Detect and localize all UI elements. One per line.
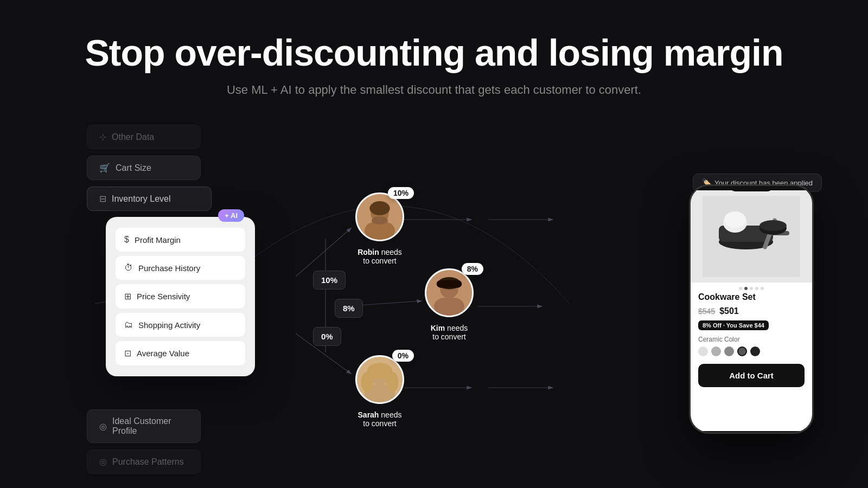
price-sensivity-label: Price Sensivity	[137, 292, 190, 301]
purchase-patterns-item[interactable]: ◎ Purchase Patterns	[87, 450, 201, 474]
svg-point-25	[361, 372, 373, 392]
dot-1	[739, 287, 742, 290]
discount-10-label: 10%	[313, 271, 346, 290]
robin-discount-badge: 10%	[388, 187, 414, 199]
other-data-icon: ⊹	[99, 132, 106, 142]
profit-margin-label: Profit Margin	[135, 235, 181, 245]
purchase-patterns-icon: ◎	[99, 457, 107, 467]
ai-badge: + AI	[218, 209, 244, 222]
ideal-customer-item[interactable]: ◎ Ideal Customer Profile	[87, 409, 201, 443]
color-dot-1[interactable]	[698, 346, 708, 356]
phone-colors	[698, 346, 805, 356]
shopping-activity-item[interactable]: 🗂 Shopping Activity	[116, 313, 245, 337]
purchase-patterns-label: Purchase Patterns	[112, 457, 184, 467]
headline-subtitle: Use ML + AI to apply the smallest discou…	[0, 83, 868, 97]
average-value-item[interactable]: ⊡ Average Value	[116, 341, 245, 365]
svg-rect-18	[434, 298, 464, 316]
dot-5	[761, 287, 764, 290]
dollar-icon: $	[124, 235, 129, 245]
chart-icon: ⊡	[124, 348, 131, 358]
left-outer-items: ⊹ Other Data 🛒 Cart Size ⊟ Inventory Lev…	[87, 125, 212, 211]
kim-customer-node: 8% Kim needsto convert	[425, 268, 474, 341]
headline-section: Stop over-discounting and losing margin …	[0, 33, 868, 97]
other-data-label: Other Data	[112, 132, 154, 142]
inventory-icon: ⊟	[99, 194, 106, 204]
phone-image-dots	[691, 282, 812, 292]
kim-discount-badge: 8%	[462, 263, 483, 275]
dot-3	[750, 287, 753, 290]
cart-size-label: Cart Size	[116, 163, 151, 173]
folder-icon: 🗂	[124, 320, 133, 330]
color-dot-2[interactable]	[711, 346, 721, 356]
purchase-history-label: Purchase History	[138, 264, 200, 273]
ideal-customer-label: Ideal Customer Profile	[112, 416, 188, 436]
grid-icon: ⊞	[124, 291, 131, 301]
phone-color-section: Ceramic Color	[691, 336, 812, 362]
profit-margin-item[interactable]: $ Profit Margin	[116, 228, 245, 252]
other-data-item[interactable]: ⊹ Other Data	[87, 125, 201, 149]
sarah-customer-node: 0% Sarah needsto convert	[355, 355, 404, 428]
phone-discount-tag: 8% Off · You Save $44	[698, 320, 769, 330]
phone-original-price: $545	[698, 307, 715, 316]
phone-sale-price: $501	[719, 306, 739, 316]
robin-label: Robin needsto convert	[355, 248, 404, 265]
add-to-cart-button[interactable]: Add to Cart	[698, 364, 805, 387]
cart-icon: 🛒	[99, 163, 110, 173]
sarah-label: Sarah needsto convert	[355, 410, 404, 428]
svg-point-14	[369, 201, 390, 215]
cart-size-item[interactable]: 🛒 Cart Size	[87, 156, 201, 180]
phone-product-image	[691, 190, 812, 282]
feature-card: + AI $ Profit Margin ⏱ Purchase History …	[106, 217, 255, 376]
ideal-customer-icon: ◎	[99, 421, 107, 432]
svg-point-15	[372, 216, 388, 224]
clock-icon: ⏱	[124, 263, 133, 273]
shopping-activity-label: Shopping Activity	[138, 320, 200, 330]
svg-point-33	[760, 220, 787, 231]
svg-point-26	[386, 372, 398, 392]
headline-title: Stop over-discounting and losing margin	[0, 33, 868, 73]
dot-4	[755, 287, 758, 290]
phone-notch	[730, 186, 773, 191]
color-dot-4[interactable]	[737, 346, 747, 356]
svg-line-3	[296, 228, 352, 277]
robin-customer-node: 10% Robin needsto convert	[355, 192, 404, 265]
inventory-level-label: Inventory Level	[112, 194, 171, 204]
average-value-label: Average Value	[137, 349, 189, 358]
discount-8-label: 8%	[335, 299, 363, 318]
discount-0-label: 0%	[313, 327, 341, 346]
phone-product-title: Cookware Set	[691, 292, 812, 306]
phone-content: Cookware Set $545 $501 8% Off · You Save…	[691, 190, 812, 431]
color-dot-3[interactable]	[724, 346, 734, 356]
phone-mockup: Cookware Set $545 $501 8% Off · You Save…	[689, 184, 814, 434]
kim-label: Kim needsto convert	[425, 324, 474, 341]
price-sensivity-item[interactable]: ⊞ Price Sensivity	[116, 284, 245, 309]
svg-rect-13	[365, 222, 395, 240]
dot-2	[744, 287, 748, 290]
phone-price-row: $545 $501 8% Off · You Save $44	[691, 306, 812, 336]
bottom-left-items: ◎ Ideal Customer Profile ◎ Purchase Patt…	[87, 409, 201, 474]
phone-color-label: Ceramic Color	[698, 336, 805, 343]
svg-rect-20	[437, 280, 462, 288]
svg-point-35	[724, 211, 746, 228]
sarah-discount-badge: 0%	[392, 350, 414, 362]
color-dot-5[interactable]	[750, 346, 760, 356]
inventory-level-item[interactable]: ⊟ Inventory Level	[87, 187, 212, 211]
svg-line-4	[358, 301, 422, 305]
purchase-history-item[interactable]: ⏱ Purchase History	[116, 256, 245, 280]
